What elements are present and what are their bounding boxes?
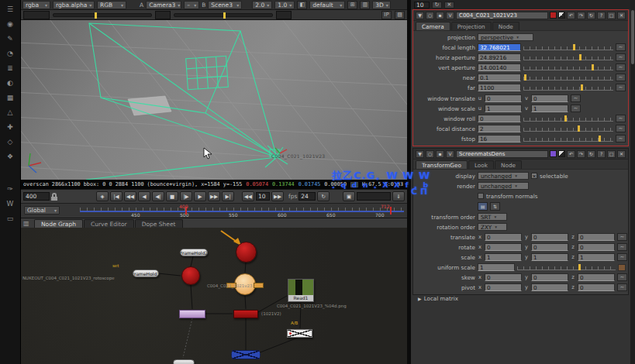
curve-button[interactable]: ~ [617, 233, 627, 241]
draw-icon[interactable]: ✎ [0, 33, 20, 44]
other-icon[interactable]: ▭ [0, 213, 20, 224]
near-input[interactable] [478, 74, 521, 81]
node-transformgeo[interactable] [179, 310, 205, 318]
node-framehold2[interactable]: FrameHold2 [180, 249, 208, 256]
help-icon[interactable]: ? [597, 12, 606, 19]
curve-button[interactable]: ~ [617, 283, 627, 291]
help-icon[interactable]: ? [597, 150, 606, 158]
menu-icon[interactable]: ☰ [0, 4, 20, 15]
tab-projection[interactable]: Projection [451, 22, 492, 30]
transform-order-select[interactable]: SRT▾ [478, 213, 507, 221]
current-frame-field[interactable] [23, 192, 50, 201]
vert-aperture-slider[interactable] [523, 64, 613, 70]
split-compare-icon[interactable]: ◧ [297, 1, 307, 9]
gamma-slider-handle[interactable] [223, 12, 226, 19]
tab-dope-sheet[interactable]: Dope Sheet [135, 219, 183, 228]
b-input-select[interactable]: Scene3▾ [208, 1, 242, 9]
curve-button[interactable]: ~ [571, 94, 581, 102]
gain-slider-handle[interactable] [95, 12, 97, 19]
pivot-y-input[interactable] [531, 283, 568, 291]
node-scene[interactable] [231, 350, 261, 359]
gain-value-field[interactable] [155, 11, 171, 19]
redo-icon[interactable]: ↷ [577, 12, 585, 19]
view-mode-select[interactable]: 3D▾ [372, 1, 391, 9]
minimize-icon[interactable]: ▪ [436, 12, 444, 19]
channel-icon[interactable]: ≣ [0, 63, 20, 74]
tab-look[interactable]: Look [468, 160, 494, 169]
curve-button[interactable]: ~ [616, 135, 626, 143]
node-framehold1[interactable]: FrameHold1 [133, 270, 159, 277]
step-forward-button[interactable]: |▶ [180, 191, 192, 201]
node-name-field[interactable]: C004_C021_1021V23 [456, 12, 548, 19]
pivot-z-input[interactable] [578, 283, 615, 291]
channels-select[interactable]: rgba▾ [22, 1, 50, 9]
timeline-ruler[interactable]: 450 500 550 600 650 700 409 712 [80, 205, 404, 217]
particles-icon[interactable]: W [0, 198, 20, 209]
curve-button[interactable]: ~ [616, 53, 626, 61]
viewer-range-field[interactable] [23, 11, 50, 19]
node-name-field[interactable]: ScreenmatsDens [456, 150, 548, 158]
image-icon[interactable]: ◉ [0, 19, 20, 29]
tab-node-graph[interactable]: Node Graph [34, 219, 83, 228]
curve-button[interactable]: ~ [617, 243, 627, 251]
play-forward-button[interactable]: ▶ [194, 191, 206, 201]
window-roll-input[interactable] [478, 115, 521, 122]
transform-normals-checkbox[interactable] [478, 193, 484, 199]
color-chip[interactable] [618, 264, 626, 271]
curve-button[interactable]: ~ [616, 43, 626, 51]
close-panel-icon[interactable]: ✕ [617, 150, 626, 158]
viewer-process-select[interactable]: default▾ [309, 1, 345, 9]
node-bottom-pill[interactable] [173, 359, 195, 364]
window-translate-u-input[interactable] [485, 94, 522, 102]
scale-z-input[interactable] [578, 253, 615, 261]
step-back-button[interactable]: ◀| [152, 191, 164, 201]
window-translate-v-input[interactable] [531, 94, 568, 102]
curve-button[interactable]: ~ [571, 105, 581, 112]
rotate-z-input[interactable] [578, 243, 615, 251]
next-keyframe-button[interactable]: ▶▶ [208, 191, 220, 201]
expand-icon[interactable]: ▶ [418, 296, 422, 301]
transform-icon[interactable]: ◇ [0, 136, 20, 147]
gamma-select[interactable]: 1.0▾ [274, 1, 295, 9]
render-range-field[interactable] [357, 192, 391, 201]
play-backward-button[interactable]: ◀ [138, 191, 150, 201]
loop-button[interactable]: ↻ [317, 191, 330, 201]
revert-icon[interactable]: ↻ [587, 150, 595, 158]
projection-select[interactable]: perspective▾ [478, 33, 533, 41]
range-end-marker[interactable] [390, 207, 392, 215]
node-disabled[interactable] [287, 329, 312, 338]
lock-icon[interactable] [51, 193, 57, 201]
stripes-icon[interactable]: ▨ [395, 11, 405, 19]
node-color-swatch[interactable] [550, 150, 557, 157]
scale-x-input[interactable] [485, 253, 522, 261]
horiz-aperture-slider[interactable] [523, 54, 613, 60]
ip-toggle[interactable]: IP [381, 11, 392, 19]
pivot-x-input[interactable] [485, 283, 522, 291]
prev-keyframe-button[interactable]: ◀◀ [124, 191, 136, 201]
pin-panels-icon[interactable]: ↻ [432, 2, 442, 9]
views-icon[interactable]: ❖ [0, 151, 20, 162]
rotate-x-input[interactable] [485, 243, 522, 251]
snap-menu-icon[interactable]: ▤ [478, 202, 488, 211]
revert-icon[interactable]: ↻ [587, 12, 595, 19]
filter-icon[interactable]: ▦ [0, 92, 20, 103]
translate-y-input[interactable] [531, 233, 568, 241]
minimize-icon[interactable]: ▪ [436, 150, 444, 158]
window-roll-slider[interactable] [523, 115, 613, 122]
max-panels-field[interactable] [414, 2, 430, 9]
rows-icon[interactable]: ▥ [360, 1, 370, 9]
curve-button[interactable]: ~ [616, 125, 626, 132]
node-menu-icon[interactable]: V [446, 12, 454, 19]
frame-range-select[interactable]: Global▾ [24, 206, 60, 215]
collapse-icon[interactable]: ▼ [416, 12, 424, 19]
translate-z-input[interactable] [578, 233, 615, 241]
time-icon[interactable]: ◔ [0, 48, 20, 59]
window-scale-v-input[interactable] [531, 105, 568, 112]
checker-icon[interactable]: ⊞ [347, 1, 357, 9]
center-icon[interactable]: ○ [426, 150, 434, 158]
tab-node[interactable]: Node [492, 22, 519, 30]
flipbook-button[interactable]: ⇓ [392, 191, 405, 201]
horiz-aperture-input[interactable] [478, 53, 521, 61]
selectable-checkbox[interactable]: ✕ [531, 173, 537, 179]
render-select[interactable]: unchanged▾ [478, 182, 529, 190]
